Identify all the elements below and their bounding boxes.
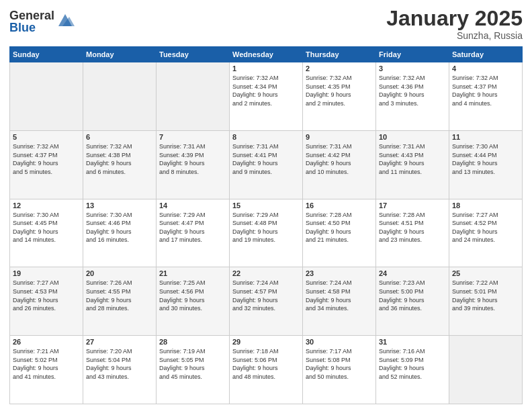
- day-info: Sunrise: 7:30 AM Sunset: 4:46 PM Dayligh…: [86, 211, 153, 244]
- day-number: 24: [379, 269, 446, 277]
- day-cell: 5Sunrise: 7:32 AM Sunset: 4:37 PM Daylig…: [10, 130, 83, 199]
- week-row-2: 5Sunrise: 7:32 AM Sunset: 4:37 PM Daylig…: [10, 130, 523, 199]
- day-number: 31: [379, 338, 446, 346]
- day-number: 7: [159, 133, 226, 141]
- week-row-3: 12Sunrise: 7:30 AM Sunset: 4:45 PM Dayli…: [10, 199, 523, 267]
- day-number: 25: [452, 269, 519, 277]
- day-number: 14: [159, 201, 226, 210]
- day-cell: 14Sunrise: 7:29 AM Sunset: 4:47 PM Dayli…: [157, 199, 230, 267]
- day-number: 29: [232, 338, 300, 346]
- day-cell: 18Sunrise: 7:27 AM Sunset: 4:52 PM Dayli…: [449, 199, 523, 267]
- title-area: January 2025 Sunzha, Russia: [386, 7, 523, 41]
- day-info: Sunrise: 7:25 AM Sunset: 4:56 PM Dayligh…: [159, 279, 226, 312]
- day-number: 8: [232, 133, 300, 141]
- page: General Blue January 2025 Sunzha, Russia…: [0, 0, 532, 411]
- day-info: Sunrise: 7:32 AM Sunset: 4:38 PM Dayligh…: [86, 142, 153, 176]
- day-info: Sunrise: 7:31 AM Sunset: 4:42 PM Dayligh…: [306, 142, 373, 176]
- day-cell: 2Sunrise: 7:32 AM Sunset: 4:35 PM Daylig…: [303, 62, 376, 131]
- day-info: Sunrise: 7:27 AM Sunset: 4:52 PM Dayligh…: [452, 211, 519, 244]
- day-info: Sunrise: 7:32 AM Sunset: 4:37 PM Dayligh…: [452, 74, 519, 107]
- day-info: Sunrise: 7:17 AM Sunset: 5:08 PM Dayligh…: [306, 347, 373, 381]
- col-wednesday: Wednesday: [230, 47, 303, 62]
- day-number: 3: [379, 64, 446, 73]
- col-monday: Monday: [83, 47, 157, 62]
- logo-blue: Blue: [9, 21, 54, 34]
- day-info: Sunrise: 7:30 AM Sunset: 4:44 PM Dayligh…: [452, 142, 519, 176]
- day-info: Sunrise: 7:29 AM Sunset: 4:48 PM Dayligh…: [232, 211, 300, 244]
- day-number: 26: [13, 338, 80, 346]
- day-info: Sunrise: 7:28 AM Sunset: 4:51 PM Dayligh…: [379, 211, 446, 244]
- day-number: 9: [306, 133, 373, 141]
- day-info: Sunrise: 7:19 AM Sunset: 5:05 PM Dayligh…: [159, 347, 226, 381]
- col-thursday: Thursday: [303, 47, 376, 62]
- day-cell: 22Sunrise: 7:24 AM Sunset: 4:57 PM Dayli…: [230, 267, 303, 336]
- day-cell: 8Sunrise: 7:31 AM Sunset: 4:41 PM Daylig…: [230, 130, 303, 199]
- day-number: 10: [379, 133, 446, 141]
- day-info: Sunrise: 7:23 AM Sunset: 5:00 PM Dayligh…: [379, 279, 446, 312]
- day-cell: 16Sunrise: 7:28 AM Sunset: 4:50 PM Dayli…: [303, 199, 376, 267]
- day-info: Sunrise: 7:29 AM Sunset: 4:47 PM Dayligh…: [159, 211, 226, 244]
- col-tuesday: Tuesday: [157, 47, 230, 62]
- day-cell: 31Sunrise: 7:16 AM Sunset: 5:09 PM Dayli…: [376, 336, 449, 404]
- day-cell: [449, 336, 523, 404]
- day-cell: [10, 62, 83, 131]
- day-cell: 10Sunrise: 7:31 AM Sunset: 4:43 PM Dayli…: [376, 130, 449, 199]
- day-info: Sunrise: 7:26 AM Sunset: 4:55 PM Dayligh…: [86, 279, 153, 312]
- day-info: Sunrise: 7:24 AM Sunset: 4:58 PM Dayligh…: [306, 279, 373, 312]
- day-info: Sunrise: 7:32 AM Sunset: 4:37 PM Dayligh…: [13, 142, 80, 176]
- day-number: 16: [306, 201, 373, 210]
- week-row-1: 1Sunrise: 7:32 AM Sunset: 4:34 PM Daylig…: [10, 62, 523, 131]
- day-number: 19: [13, 269, 80, 277]
- day-info: Sunrise: 7:32 AM Sunset: 4:34 PM Dayligh…: [232, 74, 300, 107]
- day-number: 21: [159, 269, 226, 277]
- day-number: 5: [13, 133, 80, 141]
- col-sunday: Sunday: [10, 47, 83, 62]
- day-info: Sunrise: 7:30 AM Sunset: 4:45 PM Dayligh…: [13, 211, 80, 244]
- day-number: 22: [232, 269, 300, 277]
- day-info: Sunrise: 7:16 AM Sunset: 5:09 PM Dayligh…: [379, 347, 446, 381]
- weekday-header-row: Sunday Monday Tuesday Wednesday Thursday…: [10, 47, 523, 62]
- day-cell: 12Sunrise: 7:30 AM Sunset: 4:45 PM Dayli…: [10, 199, 83, 267]
- day-info: Sunrise: 7:21 AM Sunset: 5:02 PM Dayligh…: [13, 347, 80, 381]
- day-cell: 17Sunrise: 7:28 AM Sunset: 4:51 PM Dayli…: [376, 199, 449, 267]
- day-cell: [83, 62, 157, 131]
- day-cell: 13Sunrise: 7:30 AM Sunset: 4:46 PM Dayli…: [83, 199, 157, 267]
- day-cell: 26Sunrise: 7:21 AM Sunset: 5:02 PM Dayli…: [10, 336, 83, 404]
- day-cell: 30Sunrise: 7:17 AM Sunset: 5:08 PM Dayli…: [303, 336, 376, 404]
- day-number: 18: [452, 201, 519, 210]
- day-number: 6: [86, 133, 153, 141]
- day-cell: 9Sunrise: 7:31 AM Sunset: 4:42 PM Daylig…: [303, 130, 376, 199]
- day-number: 15: [232, 201, 300, 210]
- col-friday: Friday: [376, 47, 449, 62]
- day-cell: 24Sunrise: 7:23 AM Sunset: 5:00 PM Dayli…: [376, 267, 449, 336]
- day-info: Sunrise: 7:32 AM Sunset: 4:36 PM Dayligh…: [379, 74, 446, 107]
- logo-icon: [56, 11, 75, 30]
- day-cell: 1Sunrise: 7:32 AM Sunset: 4:34 PM Daylig…: [230, 62, 303, 131]
- day-info: Sunrise: 7:22 AM Sunset: 5:01 PM Dayligh…: [452, 279, 519, 312]
- logo-general: General: [9, 9, 54, 21]
- day-number: 11: [452, 133, 519, 141]
- day-cell: 23Sunrise: 7:24 AM Sunset: 4:58 PM Dayli…: [303, 267, 376, 336]
- day-cell: 25Sunrise: 7:22 AM Sunset: 5:01 PM Dayli…: [449, 267, 523, 336]
- day-number: 12: [13, 201, 80, 210]
- day-cell: 28Sunrise: 7:19 AM Sunset: 5:05 PM Dayli…: [157, 336, 230, 404]
- day-number: 30: [306, 338, 373, 346]
- day-cell: 7Sunrise: 7:31 AM Sunset: 4:39 PM Daylig…: [157, 130, 230, 199]
- day-cell: 27Sunrise: 7:20 AM Sunset: 5:04 PM Dayli…: [83, 336, 157, 404]
- week-row-4: 19Sunrise: 7:27 AM Sunset: 4:53 PM Dayli…: [10, 267, 523, 336]
- day-number: 4: [452, 64, 519, 73]
- day-cell: 6Sunrise: 7:32 AM Sunset: 4:38 PM Daylig…: [83, 130, 157, 199]
- day-info: Sunrise: 7:31 AM Sunset: 4:41 PM Dayligh…: [232, 142, 300, 176]
- day-cell: 20Sunrise: 7:26 AM Sunset: 4:55 PM Dayli…: [83, 267, 157, 336]
- day-info: Sunrise: 7:20 AM Sunset: 5:04 PM Dayligh…: [86, 347, 153, 381]
- calendar: Sunday Monday Tuesday Wednesday Thursday…: [9, 46, 523, 404]
- logo-text: General Blue: [9, 9, 54, 34]
- day-number: 27: [86, 338, 153, 346]
- day-cell: 11Sunrise: 7:30 AM Sunset: 4:44 PM Dayli…: [449, 130, 523, 199]
- day-cell: 29Sunrise: 7:18 AM Sunset: 5:06 PM Dayli…: [230, 336, 303, 404]
- day-number: 1: [232, 64, 300, 73]
- day-cell: 21Sunrise: 7:25 AM Sunset: 4:56 PM Dayli…: [157, 267, 230, 336]
- day-number: 13: [86, 201, 153, 210]
- day-cell: 4Sunrise: 7:32 AM Sunset: 4:37 PM Daylig…: [449, 62, 523, 131]
- month-title: January 2025: [386, 7, 523, 30]
